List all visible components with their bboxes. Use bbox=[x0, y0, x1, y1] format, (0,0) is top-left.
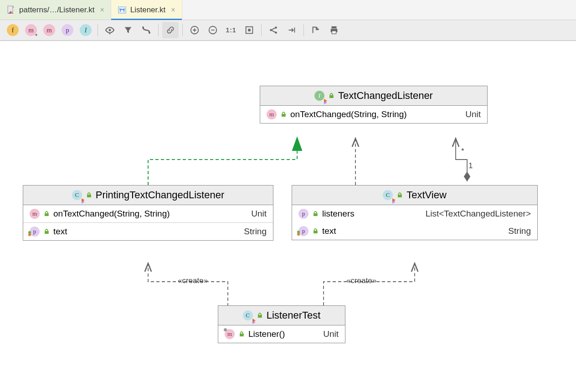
multiplicity-star: * bbox=[461, 147, 464, 156]
uml-diagram-icon bbox=[118, 5, 127, 15]
zoom-in-button[interactable] bbox=[186, 22, 203, 38]
show-methods-button[interactable]: m bbox=[41, 22, 57, 38]
print-button[interactable] bbox=[326, 22, 342, 38]
kotlin-file-icon bbox=[6, 5, 15, 15]
class-icon: C bbox=[72, 190, 82, 200]
member-type: Unit bbox=[323, 329, 339, 339]
lock-icon: 🔒︎ bbox=[312, 210, 319, 217]
show-dependencies-button[interactable] bbox=[265, 22, 282, 38]
property-listeners[interactable]: p 🔒︎ listeners List<TextChangedListener> bbox=[292, 205, 537, 222]
link-icon bbox=[165, 25, 175, 35]
print-icon bbox=[329, 25, 339, 35]
interface-icon: I bbox=[314, 91, 324, 101]
member-signature: onTextChanged(String, String) bbox=[290, 109, 455, 119]
zoom-out-icon bbox=[208, 25, 218, 35]
method-on-text-changed[interactable]: m 🔒︎ onTextChanged(String, String) Unit bbox=[260, 106, 487, 123]
layout-button[interactable] bbox=[138, 22, 154, 38]
member-type: String bbox=[244, 227, 267, 237]
fit-content-button[interactable] bbox=[241, 22, 257, 38]
diagram-canvas[interactable]: «create» «create» * 1 I 🔒︎ TextChangedLi… bbox=[0, 41, 576, 392]
class-header: C 🔒︎ PrintingTextChangedListener bbox=[23, 186, 273, 205]
visibility-button[interactable] bbox=[102, 22, 118, 38]
lock-icon: 🔒︎ bbox=[312, 227, 319, 235]
class-name: ListenerTest bbox=[267, 309, 321, 321]
lock-icon: 🔒︎ bbox=[396, 191, 403, 199]
tab-label: Listener.kt bbox=[130, 5, 166, 15]
svg-rect-14 bbox=[332, 31, 336, 34]
member-signature: Listener() bbox=[248, 329, 313, 339]
arrow-to-icon bbox=[287, 25, 297, 35]
share-icon bbox=[268, 25, 278, 35]
close-icon[interactable]: × bbox=[100, 6, 104, 14]
zoom-out-button[interactable] bbox=[205, 22, 221, 38]
property-icon: p bbox=[30, 227, 40, 237]
class-name: PrintingTextChangedListener bbox=[96, 189, 225, 201]
separator bbox=[182, 24, 183, 36]
svg-rect-1 bbox=[118, 7, 126, 13]
svg-point-4 bbox=[149, 32, 150, 34]
class-name: TextChangedListener bbox=[338, 90, 433, 102]
member-signature: onTextChanged(String, String) bbox=[53, 209, 241, 219]
property-icon: p bbox=[298, 209, 309, 219]
property-text[interactable]: p 🔒︎ text String bbox=[292, 222, 537, 240]
class-header: C 🔒︎ ListenerTest bbox=[218, 306, 345, 325]
one-to-one-icon: 1:1 bbox=[226, 26, 236, 34]
lock-icon: 🔒︎ bbox=[280, 111, 287, 118]
show-inner-classes-button[interactable]: I bbox=[77, 22, 94, 38]
member-name: text bbox=[53, 227, 234, 237]
tab-label: patterns/…/Listener.kt bbox=[19, 5, 94, 15]
lock-icon: 🔒︎ bbox=[43, 228, 50, 235]
class-printing-text-changed-listener[interactable]: C 🔒︎ PrintingTextChangedListener m 🔒︎ on… bbox=[23, 185, 273, 241]
tab-listener-uml[interactable]: Listener.kt × bbox=[111, 0, 182, 20]
relation-label-create-2: «create» bbox=[346, 276, 376, 285]
zoom-actual-button[interactable]: 1:1 bbox=[223, 22, 239, 38]
export-button[interactable] bbox=[308, 22, 324, 38]
lock-icon: 🔒︎ bbox=[238, 330, 245, 338]
separator bbox=[261, 24, 262, 36]
filter-icon bbox=[123, 25, 133, 35]
method-on-text-changed[interactable]: m 🔒︎ onTextChanged(String, String) Unit bbox=[23, 205, 273, 222]
class-text-view[interactable]: C 🔒︎ TextView p 🔒︎ listeners List<TextCh… bbox=[292, 185, 538, 240]
class-name: TextView bbox=[406, 189, 447, 201]
eye-icon bbox=[104, 25, 115, 36]
layout-icon bbox=[141, 25, 152, 36]
member-name: text bbox=[322, 226, 498, 236]
method-icon: m bbox=[30, 209, 40, 219]
multiplicity-one: 1 bbox=[468, 161, 473, 170]
lock-icon: 🔒︎ bbox=[86, 191, 92, 199]
svg-point-3 bbox=[142, 26, 144, 28]
method-icon: m bbox=[225, 329, 235, 339]
toolbar: f m m p I 1:1 bbox=[0, 20, 576, 41]
filter-button[interactable] bbox=[120, 22, 136, 38]
show-properties-button[interactable]: p bbox=[59, 22, 76, 38]
method-icon: m bbox=[267, 109, 277, 119]
navigate-button[interactable] bbox=[283, 22, 300, 38]
member-name: listeners bbox=[322, 209, 416, 219]
show-constructors-button[interactable]: m bbox=[23, 22, 39, 38]
method-listener[interactable]: m 🔒︎ Listener() Unit bbox=[218, 325, 345, 343]
zoom-in-icon bbox=[190, 25, 200, 35]
tab-patterns-listener[interactable]: patterns/…/Listener.kt × bbox=[0, 0, 111, 20]
class-header: I 🔒︎ TextChangedListener bbox=[260, 86, 487, 106]
member-type: List<TextChangedListener> bbox=[426, 209, 531, 219]
lock-icon: 🔒︎ bbox=[43, 210, 50, 217]
separator bbox=[158, 24, 159, 36]
lock-icon: 🔒︎ bbox=[257, 312, 263, 319]
class-text-changed-listener[interactable]: I 🔒︎ TextChangedListener m 🔒︎ onTextChan… bbox=[260, 86, 488, 124]
class-header: C 🔒︎ TextView bbox=[292, 186, 537, 205]
show-fields-button[interactable]: f bbox=[5, 22, 21, 38]
svg-rect-12 bbox=[332, 26, 337, 29]
member-type: Unit bbox=[465, 109, 481, 119]
class-icon: C bbox=[383, 190, 393, 200]
fit-icon bbox=[244, 25, 254, 35]
class-listener-test[interactable]: C 🔒︎ ListenerTest m 🔒︎ Listener() Unit bbox=[218, 305, 345, 343]
member-type: Unit bbox=[251, 209, 267, 219]
link-button[interactable] bbox=[162, 22, 179, 38]
close-icon[interactable]: × bbox=[171, 6, 175, 14]
property-icon: p bbox=[298, 226, 309, 236]
separator bbox=[98, 24, 98, 36]
lock-icon: 🔒︎ bbox=[328, 92, 334, 99]
property-text[interactable]: p 🔒︎ text String bbox=[23, 223, 273, 240]
svg-point-2 bbox=[109, 29, 111, 31]
separator bbox=[303, 24, 304, 36]
